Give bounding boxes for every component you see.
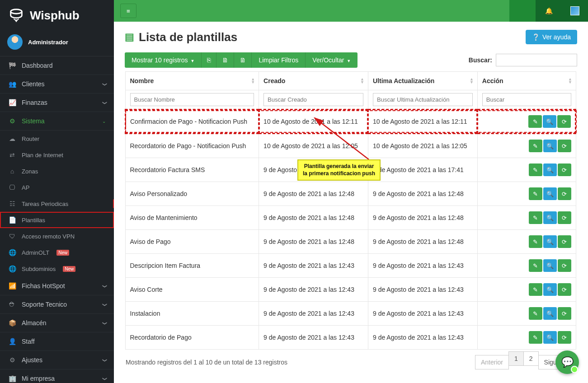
sidebar-item-tareas-periodicas[interactable]: ☷Tareas Periodicas1 [0,196,114,212]
table-row[interactable]: Aviso Personalizado9 de Agosto de 2021 a… [125,182,577,206]
chevron-icon: ❮ [102,284,107,288]
chat-bubble-button[interactable]: 💬 [555,350,579,374]
edit-button[interactable]: ✎ [529,283,542,296]
edit-button[interactable]: ✎ [529,331,542,344]
screen-icon: 🖵 [8,184,16,191]
cell-updated: 10 de Agosto de 2021 a las 12:11 [368,109,477,134]
sidebar-item-router[interactable]: ☁Router [0,131,114,147]
refresh-button[interactable]: ⟳ [558,187,571,200]
sidebar-item-clientes[interactable]: 👥Clientes❮ [0,75,114,93]
filter-action-input[interactable] [482,93,571,106]
sidebar-item-label: Finanzas [22,99,47,106]
notifications-button[interactable]: 🔔 [536,0,562,22]
cell-actions: ✎🔍⟳ [477,109,576,134]
sidebar-item-adminolt[interactable]: 🌐AdminOLTNew [0,244,114,261]
edit-button[interactable]: ✎ [529,211,542,224]
sort-icon: ▲▼ [568,78,572,84]
pager-page-1[interactable]: 1 [508,351,524,366]
table-row[interactable]: Aviso Corte9 de Agosto de 2021 a las 12:… [125,278,577,302]
hamburger-button[interactable]: ≡ [120,4,136,18]
refresh-button[interactable]: ⟳ [558,211,571,224]
sidebar-item-plantillas[interactable]: 📄Plantillas [0,212,114,228]
copy-button[interactable]: ⎘ [202,52,216,68]
sidebar-item-staff[interactable]: 👤Staff [0,332,114,351]
col-header-created[interactable]: Creado▲▼ [259,72,368,90]
sidebar-item-sistema[interactable]: ⚙Sistema⌄ [0,112,114,131]
show-records-button[interactable]: Mostrar 10 registros▼ [125,52,202,68]
sidebar-item-finanzas[interactable]: 📈Finanzas❮ [0,93,114,112]
filter-updated-input[interactable] [373,93,473,106]
sidebar-item-label: Almacén [22,319,46,327]
cell-name: Confirmacion de Pago - Notificacion Push [125,109,259,134]
archive-icon: 📦 [8,319,16,327]
table-row[interactable]: Instalacion9 de Agosto de 2021 a las 12:… [125,302,577,326]
sidebar-item-label: Plan de Internet [22,152,63,159]
col-header-name[interactable]: Nombre▲▼ [125,72,259,90]
export-csv-button[interactable]: 🗎 [216,52,234,68]
help-button[interactable]: ❔ Ver ayuda [526,30,577,44]
view-button[interactable]: 🔍 [543,331,557,344]
cell-actions: ✎🔍⟳ [477,302,576,326]
profile-button[interactable] [562,0,588,22]
view-button[interactable]: 🔍 [543,187,557,200]
filter-created-input[interactable] [263,93,363,106]
view-button[interactable]: 🔍 [543,140,557,152]
table-row[interactable]: Recordatorio de Pago - Notificacion Push… [125,134,577,158]
edit-button[interactable]: ✎ [529,235,542,248]
col-header-action[interactable]: Acción▲▼ [477,72,576,90]
filter-name-input[interactable] [130,93,254,106]
sidebar-item-label: Plantillas [22,217,45,224]
tasks-icon: 📄 [8,216,16,224]
table-row[interactable]: Descripcion Item Factura9 de Agosto de 2… [125,254,577,278]
refresh-button[interactable]: ⟳ [558,140,571,152]
cell-created: 9 de Agosto de 2021 a las 12:43 [259,254,368,278]
sidebar-item-ajustes[interactable]: ⚙Ajustes❮ [0,351,114,369]
edit-button[interactable]: ✎ [528,115,542,128]
table-row[interactable]: Aviso de Pago9 de Agosto de 2021 a las 1… [125,230,577,254]
edit-button[interactable]: ✎ [529,259,542,272]
table-row[interactable]: Recordatorio de Pago9 de Agosto de 2021 … [125,326,577,350]
sidebar-item-label: Staff [22,338,35,345]
sidebar-item-mi-empresa[interactable]: 🏢Mi empresa❮ [0,369,114,383]
export-xls-button[interactable]: 🗎 [234,52,252,68]
edit-button[interactable]: ✎ [529,163,542,176]
table-row[interactable]: Aviso de Mantenimiento9 de Agosto de 202… [125,206,577,230]
sidebar-item-acceso-remoto-vpn[interactable]: 🛡Acceso remoto VPN [0,228,114,244]
sort-icon: ▲▼ [251,78,255,84]
view-button[interactable]: 🔍 [543,307,557,320]
pager-prev[interactable]: Anterior [475,355,509,369]
user-block[interactable]: Administrador [0,31,114,56]
sidebar-item-almac-n[interactable]: 📦Almacén❮ [0,314,114,332]
refresh-button[interactable]: ⟳ [558,307,571,320]
edit-button[interactable]: ✎ [529,307,542,320]
sidebar-item-dashboard[interactable]: 🏁Dashboard [0,56,114,75]
toggle-columns-button[interactable]: Ver/Ocultar▼ [306,52,358,68]
view-button[interactable]: 🔍 [543,115,556,128]
view-button[interactable]: 🔍 [543,235,557,248]
refresh-button[interactable]: ⟳ [558,283,571,296]
view-button[interactable]: 🔍 [543,259,557,272]
search-input[interactable] [496,54,577,66]
edit-button[interactable]: ✎ [529,140,542,152]
clear-filters-button[interactable]: Limpiar Filtros [252,52,306,68]
refresh-button[interactable]: ⟳ [558,163,571,176]
sidebar-item-soporte-tecnico[interactable]: ⛑Soporte Tecnico❮ [0,295,114,314]
chat-icon: 💬 [561,356,574,368]
refresh-button[interactable]: ⟳ [558,235,571,248]
edit-button[interactable]: ✎ [529,187,542,200]
view-button[interactable]: 🔍 [543,163,557,176]
col-header-updated[interactable]: Ultima Actualización▲▼ [368,72,477,90]
sidebar-item-zonas[interactable]: ⌂Zonas [0,163,114,179]
cell-actions: ✎🔍⟳ [477,230,576,254]
refresh-button[interactable]: ⟳ [557,115,571,128]
sidebar-item-plan-de-internet[interactable]: ⇄Plan de Internet [0,147,114,163]
view-button[interactable]: 🔍 [543,211,557,224]
sidebar-item-ap[interactable]: 🖵AP [0,179,114,196]
view-button[interactable]: 🔍 [543,283,557,296]
refresh-button[interactable]: ⟳ [558,259,571,272]
table-row[interactable]: Confirmacion de Pago - Notificacion Push… [125,109,577,134]
pager-page-2[interactable]: 2 [523,351,539,366]
sidebar-item-subdominios[interactable]: 🌐SubdominiosNew [0,261,114,277]
sidebar-item-fichas-hotspot[interactable]: 📶Fichas HotSpot❮ [0,277,114,295]
refresh-button[interactable]: ⟳ [558,331,571,344]
